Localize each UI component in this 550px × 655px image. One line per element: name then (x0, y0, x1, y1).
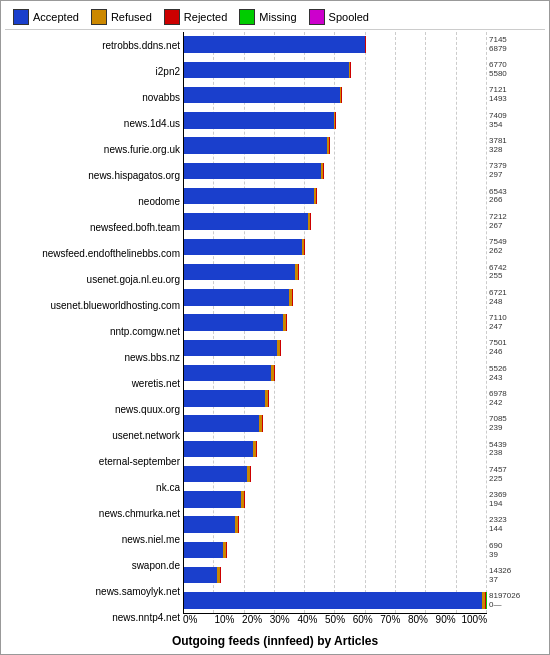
bar-row-22 (184, 588, 487, 613)
bars-area (183, 32, 487, 614)
bar-rejected-17 (250, 466, 251, 482)
bar-track-20 (184, 542, 487, 558)
num-8: 7549262 (489, 238, 545, 256)
spooled-label: Spooled (329, 11, 369, 23)
bar-track-12 (184, 340, 487, 356)
bar-accepted-3 (184, 112, 334, 128)
right-numbers: 71456879 67705580 71211493 7409354 37813… (487, 32, 545, 630)
bar-track-16 (184, 441, 487, 457)
bar-track-19 (184, 516, 487, 532)
bar-rejected-20 (226, 542, 227, 558)
bar-row-16 (184, 436, 487, 461)
x-tick-7: 70% (376, 614, 404, 630)
bar-rows (184, 32, 487, 613)
bar-track-18 (184, 491, 487, 507)
y-label-7: newsfeed.bofh.team (5, 222, 180, 233)
bar-accepted-16 (184, 441, 253, 457)
bar-accepted-8 (184, 239, 302, 255)
bar-row-12 (184, 335, 487, 360)
bar-accepted-9 (184, 264, 295, 280)
bar-accepted-18 (184, 491, 241, 507)
bar-track-4 (184, 137, 487, 153)
num-6: 6543266 (489, 188, 545, 206)
legend-accepted: Accepted (13, 9, 79, 25)
x-tick-2: 20% (238, 614, 266, 630)
bar-rejected-15 (262, 415, 263, 431)
bar-track-5 (184, 163, 487, 179)
bar-track-2 (184, 87, 487, 103)
refused-label: Refused (111, 11, 152, 23)
bar-row-18 (184, 487, 487, 512)
bar-row-10 (184, 285, 487, 310)
num-17: 7457225 (489, 466, 545, 484)
y-label-10: usenet.blueworldhosting.com (5, 300, 180, 311)
num-10: 6721248 (489, 289, 545, 307)
y-axis: retrobbs.ddns.net i2pn2 novabbs news.1d4… (5, 32, 183, 630)
bar-rejected-8 (304, 239, 305, 255)
bar-track-3 (184, 112, 487, 128)
x-tick-6: 60% (349, 614, 377, 630)
bar-track-8 (184, 239, 487, 255)
num-13: 5526243 (489, 365, 545, 383)
bar-row-2 (184, 83, 487, 108)
bar-track-6 (184, 188, 487, 204)
x-tick-0: 0% (183, 614, 211, 630)
bar-row-8 (184, 234, 487, 259)
y-label-12: news.bbs.nz (5, 352, 180, 363)
rejected-label: Rejected (184, 11, 227, 23)
bar-accepted-10 (184, 289, 289, 305)
x-tick-10: 100% (459, 614, 487, 630)
y-label-11: nntp.comgw.net (5, 326, 180, 337)
chart-right: 0% 10% 20% 30% 40% 50% 60% 70% 80% 90% 1… (183, 32, 487, 630)
bar-row-1 (184, 57, 487, 82)
num-19: 2323144 (489, 516, 545, 534)
bar-track-0 (184, 36, 487, 52)
bar-accepted-15 (184, 415, 259, 431)
missing-box (239, 9, 255, 25)
bar-accepted-22 (184, 592, 482, 608)
y-label-6: neodome (5, 196, 180, 207)
rejected-box (164, 9, 180, 25)
spooled-box (309, 9, 325, 25)
y-label-18: news.chmurka.net (5, 508, 180, 519)
x-tick-5: 50% (321, 614, 349, 630)
chart-container: Accepted Refused Rejected Missing Spoole… (0, 0, 550, 655)
num-16: 5439238 (489, 441, 545, 459)
num-18: 2369194 (489, 491, 545, 509)
bar-accepted-19 (184, 516, 235, 532)
bar-track-9 (184, 264, 487, 280)
bar-rejected-5 (323, 163, 324, 179)
bar-rejected-9 (298, 264, 299, 280)
y-label-22: news.nntp4.net (5, 612, 180, 623)
x-tick-1: 10% (211, 614, 239, 630)
num-15: 7085239 (489, 415, 545, 433)
y-label-17: nk.ca (5, 482, 180, 493)
accepted-box (13, 9, 29, 25)
x-tick-8: 80% (404, 614, 432, 630)
bar-rejected-19 (238, 516, 239, 532)
bar-track-15 (184, 415, 487, 431)
bar-row-13 (184, 360, 487, 385)
bar-rejected-10 (292, 289, 293, 305)
bar-accepted-12 (184, 340, 277, 356)
y-label-3: news.1d4.us (5, 118, 180, 129)
x-tick-4: 40% (294, 614, 322, 630)
legend-rejected: Rejected (164, 9, 227, 25)
legend-spooled: Spooled (309, 9, 369, 25)
num-21: 1432637 (489, 567, 545, 585)
y-label-8: newsfeed.endofthelinebbs.com (5, 248, 180, 259)
bar-rejected-14 (268, 390, 269, 406)
bar-track-7 (184, 213, 487, 229)
bar-row-17 (184, 462, 487, 487)
y-label-4: news.furie.org.uk (5, 144, 180, 155)
bar-track-22 (184, 592, 487, 608)
y-label-19: news.niel.me (5, 534, 180, 545)
num-2: 71211493 (489, 86, 545, 104)
bar-accepted-11 (184, 314, 283, 330)
bar-accepted-2 (184, 87, 340, 103)
bar-accepted-14 (184, 390, 265, 406)
accepted-label: Accepted (33, 11, 79, 23)
bar-accepted-7 (184, 213, 308, 229)
bar-track-14 (184, 390, 487, 406)
num-14: 6978242 (489, 390, 545, 408)
